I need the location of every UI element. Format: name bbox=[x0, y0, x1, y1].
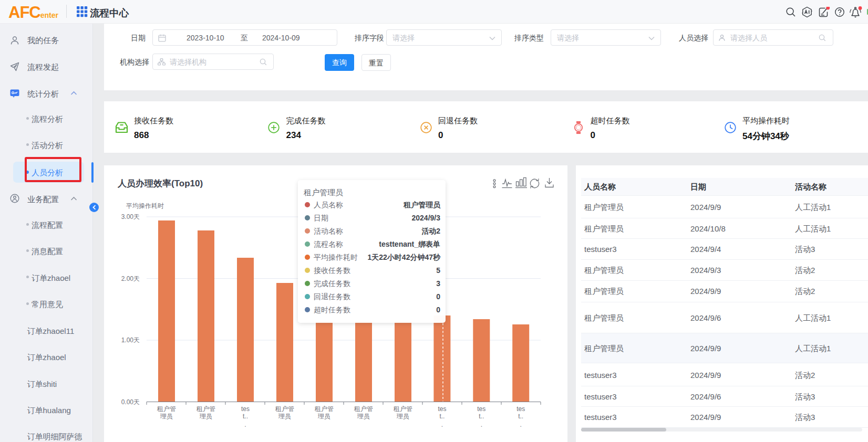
svg-text:.: . bbox=[520, 421, 522, 428]
svg-text:租户管: 租户管 bbox=[354, 405, 373, 413]
svg-text:tes: tes bbox=[516, 405, 525, 413]
svg-text:0.00天: 0.00天 bbox=[121, 398, 140, 406]
svg-text:理员: 理员 bbox=[160, 413, 173, 420]
svg-text:租户管: 租户管 bbox=[314, 405, 334, 413]
svg-text:租户管: 租户管 bbox=[393, 405, 412, 413]
svg-text:租户管: 租户管 bbox=[275, 405, 294, 413]
svg-text:理员: 理员 bbox=[357, 413, 370, 420]
svg-text:理员: 理员 bbox=[199, 413, 212, 420]
svg-text:理员: 理员 bbox=[317, 413, 330, 420]
svg-text:租户管: 租户管 bbox=[157, 405, 176, 413]
svg-text:理员: 理员 bbox=[396, 413, 409, 420]
svg-text:t..: t.. bbox=[439, 413, 445, 420]
svg-text:租户管: 租户管 bbox=[196, 405, 215, 413]
svg-text:.: . bbox=[244, 421, 246, 428]
svg-text:t..: t.. bbox=[479, 413, 484, 420]
svg-text:tes: tes bbox=[438, 405, 446, 413]
svg-text:1.00天: 1.00天 bbox=[121, 336, 140, 344]
svg-text:.: . bbox=[441, 421, 443, 428]
svg-text:理员: 理员 bbox=[278, 413, 291, 420]
svg-text:3.00天: 3.00天 bbox=[121, 213, 140, 220]
svg-text:tes: tes bbox=[241, 405, 250, 413]
svg-text:t..: t.. bbox=[243, 413, 248, 420]
svg-text:2.00天: 2.00天 bbox=[121, 275, 140, 282]
svg-text:平均操作耗时: 平均操作耗时 bbox=[126, 202, 164, 209]
svg-text:.: . bbox=[481, 421, 482, 428]
svg-text:tes: tes bbox=[477, 405, 485, 413]
svg-text:t..: t.. bbox=[518, 413, 523, 420]
